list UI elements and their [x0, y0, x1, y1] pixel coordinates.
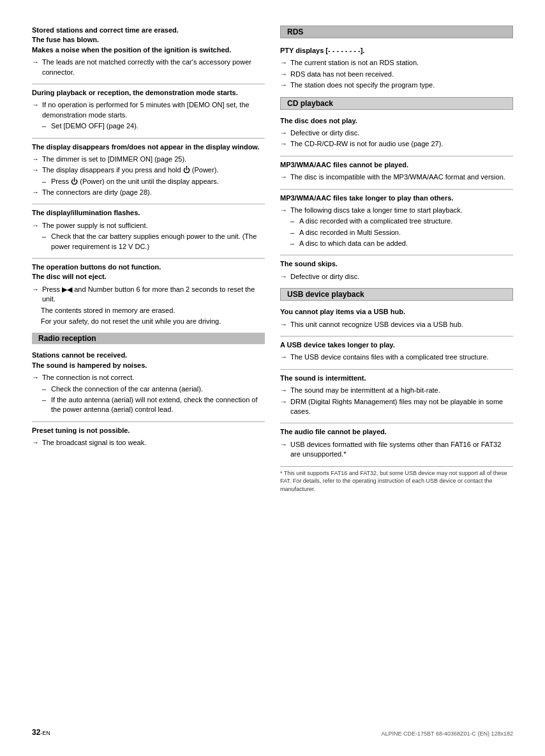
display-dash-text-1: Press ⏻ (Power) on the unit until the di… — [51, 177, 265, 186]
preset-tuning-section: Preset tuning is not possible. → The bro… — [32, 421, 265, 448]
display-item-2: → The display disappears if you press an… — [32, 165, 265, 175]
demo-mode-text-1: If no operation is performed for 5 minut… — [42, 100, 265, 120]
usb-longer-section: A USB device takes longer to play. → The… — [280, 336, 513, 363]
sound-intermittent-item-2: → DRM (Digital Rights Management) files … — [280, 397, 513, 417]
mp3-longer-dash-1: – A disc recorded with a complicated tre… — [280, 216, 513, 226]
usb-longer-item-1: → The USB device contains files with a c… — [280, 352, 513, 362]
radio-reception-label: Radio reception — [32, 333, 265, 344]
arrow-icon: → — [32, 438, 41, 448]
pty-text-2: RDS data has not been received. — [290, 70, 513, 79]
mp3-cannot-text-1: The disc is incompatible with the MP3/WM… — [290, 172, 513, 182]
footnote: * This unit supports FAT16 and FAT32, bu… — [280, 466, 513, 494]
arrow-icon: → — [280, 352, 289, 362]
display-flash-dash-text-1: Check that the car battery supplies enou… — [51, 232, 265, 252]
audio-cannot-section: The audio file cannot be played. → USB d… — [280, 423, 513, 459]
demo-mode-item-1: → If no operation is performed for 5 min… — [32, 100, 265, 120]
stations-cannot-section: Stations cannot be received. The sound i… — [32, 347, 265, 414]
dash-icon: – — [290, 228, 299, 238]
display-text-1: The dimmer is set to [DIMMER ON] (page 2… — [42, 155, 265, 164]
arrow-icon: → — [280, 70, 289, 79]
stations-dash-text-1: Check the connection of the car antenna … — [51, 384, 265, 394]
arrow-icon: → — [280, 206, 289, 215]
arrow-icon: → — [32, 188, 41, 197]
arrow-icon: → — [32, 285, 41, 294]
mp3-longer-title: MP3/WMA/AAC files take longer to play th… — [280, 193, 513, 203]
disc-not-play-section: The disc does not play. → Defective or d… — [280, 112, 513, 149]
stored-stations-item-1: → The leads are not matched correctly wi… — [32, 57, 265, 77]
demo-mode-dash-1: – Set [DEMO OFF] (page 24). — [32, 121, 265, 131]
usb-hub-text-1: This unit cannot recognize USB devices v… — [290, 320, 513, 329]
usb-longer-title: A USB device takes longer to play. — [280, 340, 513, 350]
display-text-3: The connectors are dirty (page 28). — [42, 188, 265, 197]
mp3-longer-text-1: The following discs take a longer time t… — [290, 206, 513, 215]
operation-item-1: → Press ▶◀ and Number button 6 for more … — [32, 285, 265, 305]
stored-stations-text-1: The leads are not matched correctly with… — [42, 57, 265, 77]
mp3-cannot-section: MP3/WMA/AAC files cannot be played. → Th… — [280, 156, 513, 183]
mp3-longer-dash-text-2: A disc recorded in Multi Session. — [299, 228, 513, 238]
audio-cannot-text-1: USB devices formatted with file systems … — [290, 440, 513, 460]
display-disappears-section: The display disappears from/does not app… — [32, 138, 265, 198]
pty-item-1: → The current station is not an RDS stat… — [280, 58, 513, 68]
disc-text-1: Defective or dirty disc. — [290, 128, 513, 138]
mp3-longer-dash-text-1: A disc recorded with a complicated tree … — [299, 216, 513, 226]
disc-item-2: → The CD-R/CD-RW is not for audio use (p… — [280, 139, 513, 149]
page: Stored stations and correct time are era… — [0, 0, 545, 756]
usb-header-box: USB device playback — [280, 288, 513, 301]
pty-item-2: → RDS data has not been received. — [280, 70, 513, 79]
demo-mode-dash-text-1: Set [DEMO OFF] (page 24). — [51, 121, 265, 131]
mp3-longer-dash-3: – A disc to which data can be added. — [280, 239, 513, 248]
content-columns: Stored stations and correct time are era… — [32, 26, 513, 718]
arrow-icon: → — [280, 320, 289, 329]
sound-skips-title: The sound skips. — [280, 259, 513, 269]
preset-tuning-title: Preset tuning is not possible. — [32, 426, 265, 435]
mp3-longer-dash-text-3: A disc to which data can be added. — [299, 239, 513, 248]
dash-icon: – — [290, 239, 299, 248]
mp3-cannot-item-1: → The disc is incompatible with the MP3/… — [280, 172, 513, 182]
stored-stations-section: Stored stations and correct time are era… — [32, 26, 265, 77]
pty-item-3: → The station does not specify the progr… — [280, 80, 513, 90]
usb-hub-item-1: → This unit cannot recognize USB devices… — [280, 320, 513, 329]
demo-mode-title: During playback or reception, the demons… — [32, 88, 265, 98]
rds-header-box: RDS — [280, 26, 513, 38]
display-disappears-title: The display disappears from/does not app… — [32, 142, 265, 152]
arrow-icon: → — [280, 272, 289, 282]
preset-text-1: The broadcast signal is too weak. — [42, 438, 265, 448]
disc-not-play-title: The disc does not play. — [280, 116, 513, 126]
display-flash-item-1: → The power supply is not sufficient. — [32, 221, 265, 231]
arrow-icon: → — [32, 221, 41, 231]
display-item-3: → The connectors are dirty (page 28). — [32, 188, 265, 197]
stored-stations-title: Stored stations and correct time are era… — [32, 26, 265, 55]
pty-title: PTY displays [- - - - - - - -]. — [280, 46, 513, 56]
mp3-longer-section: MP3/WMA/AAC files take longer to play th… — [280, 189, 513, 249]
dash-icon: – — [42, 177, 51, 186]
mp3-longer-dash-2: – A disc recorded in Multi Session. — [280, 228, 513, 238]
display-dash-1: – Press ⏻ (Power) on the unit until the … — [32, 177, 265, 186]
audio-cannot-title: The audio file cannot be played. — [280, 427, 513, 437]
rds-label: RDS — [281, 26, 512, 38]
operation-plain-1: The contents stored in memory are erased… — [32, 306, 265, 315]
arrow-icon: → — [280, 397, 289, 407]
operation-text-1: Press ▶◀ and Number button 6 for more th… — [42, 285, 265, 305]
arrow-icon: → — [32, 155, 41, 164]
dash-icon: – — [42, 121, 51, 131]
dash-icon: – — [42, 232, 51, 241]
mp3-cannot-title: MP3/WMA/AAC files cannot be played. — [280, 160, 513, 170]
arrow-icon: → — [280, 58, 289, 68]
arrow-icon: → — [280, 128, 289, 138]
display-text-2: The display disappears if you press and … — [42, 165, 265, 175]
left-column: Stored stations and correct time are era… — [32, 26, 265, 718]
display-flash-section: The display/illumination flashes. → The … — [32, 204, 265, 252]
sound-intermittent-item-1: → The sound may be intermittent at a hig… — [280, 386, 513, 395]
arrow-icon: → — [32, 373, 41, 382]
sound-intermittent-section: The sound is intermittent. → The sound m… — [280, 369, 513, 417]
arrow-icon: → — [280, 80, 289, 90]
dash-icon: – — [42, 384, 51, 394]
pty-text-1: The current station is not an RDS statio… — [290, 58, 513, 68]
stations-dash-1: – Check the connection of the car antenn… — [32, 384, 265, 394]
radio-reception-header: Radio reception — [32, 333, 265, 344]
sound-intermittent-title: The sound is intermittent. — [280, 374, 513, 383]
audio-cannot-item-1: → USB devices formatted with file system… — [280, 440, 513, 460]
stations-cannot-title: Stations cannot be received. The sound i… — [32, 351, 265, 370]
operation-buttons-section: The operation buttons do not function. T… — [32, 258, 265, 326]
disc-text-2: The CD-R/CD-RW is not for audio use (pag… — [290, 139, 513, 149]
